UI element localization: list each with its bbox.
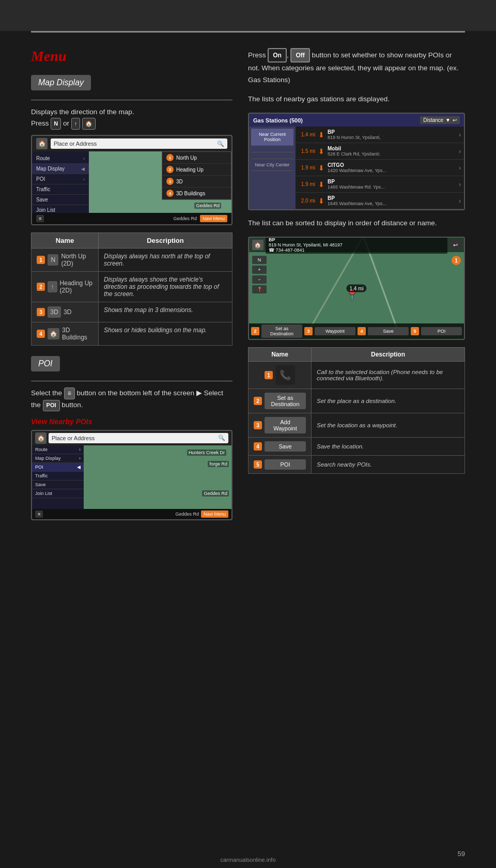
- gas-list: 1.4 mi ⬇ BP 819 N Huron St, Ypsilanti, ›…: [296, 127, 464, 209]
- right-row5-desc: Search nearby POIs.: [312, 456, 465, 474]
- dropdown-north-up-label: North Up: [176, 155, 197, 161]
- dropdown-north-up[interactable]: 1 North Up: [162, 152, 231, 164]
- right-text-sort: The list can be sorted to display in ord…: [248, 218, 465, 229]
- gas-icon-2: ⬇: [318, 147, 324, 156]
- table-row: 4 Save Save the location.: [249, 438, 465, 456]
- map-detail-bottom: 2 Set asDestination 3 Waypoint 4 Save 5 …: [249, 323, 464, 339]
- heading-btn[interactable]: ↑: [71, 118, 81, 130]
- gas-info-4: BP 1465 Washtenaw Rd. Yps...: [328, 179, 456, 190]
- gas-info-2: Mobil 528 E Clark Rd, Ypsilanti;: [328, 146, 456, 157]
- map-pin-btn[interactable]: 📍: [252, 285, 267, 293]
- right-column: Press On, Off button to set whether to s…: [248, 48, 465, 520]
- set-destination-btn[interactable]: Set asDestination: [261, 324, 302, 338]
- gas-arrow-1: ›: [459, 131, 461, 138]
- view-nearby-title: View Nearby POIs: [31, 417, 233, 426]
- bottom-num-5: 5: [411, 327, 419, 335]
- map-detail-top: 🏠 BP 819 N Huron St, Ypsilanti, MI 48197…: [249, 238, 464, 252]
- poi-button[interactable]: POI: [43, 400, 60, 411]
- sidebar-traffic[interactable]: Traffic: [32, 184, 89, 195]
- list-item[interactable]: 2.0 mi ⬇ BP 1645 Washtenaw Ave, Yps... ›: [296, 193, 464, 209]
- add-waypoint-btn-table[interactable]: AddWaypoint: [265, 417, 306, 433]
- row3-name: 3 3D 3D: [32, 302, 99, 322]
- right-badge-1: 1: [265, 371, 273, 379]
- right-badge-2: 2: [254, 397, 262, 405]
- row2-desc: Displays always shows the vehicle's dire…: [99, 272, 233, 302]
- dropdown-3d[interactable]: 3 3D: [162, 176, 231, 188]
- row4-badge: 4 🏠 3D Buildings: [37, 327, 93, 341]
- dropdown-heading-up[interactable]: 2 Heading Up: [162, 164, 231, 176]
- gas-screen-sort[interactable]: Distance ▼ ↩: [420, 116, 460, 124]
- poi-sidebar-map-display[interactable]: Map Display ›: [32, 454, 84, 463]
- poi-btn-table[interactable]: POI: [265, 459, 306, 470]
- list-item[interactable]: 1.9 mi ⬇ BP 1465 Washtenaw Rd. Yps... ›: [296, 176, 464, 193]
- row3-desc: Shows the map in 3 dimensions.: [99, 302, 233, 322]
- poi-map-label-hunters: Hunters Creek Dr: [187, 450, 226, 456]
- gas-arrow-2: ›: [459, 148, 461, 155]
- map-north-btn[interactable]: N: [252, 256, 267, 264]
- gas-item-3: [251, 152, 293, 159]
- off-button[interactable]: Off: [290, 48, 309, 63]
- poi-sidebar-traffic[interactable]: Traffic: [32, 472, 84, 481]
- poi-sidebar-join-list[interactable]: Join List: [32, 489, 84, 498]
- poi-nav-top: 🏠 Place or Address 🔍: [32, 431, 231, 445]
- right-desc-table: Name Description 1 📞 Call to the sel: [248, 347, 465, 474]
- map-zoom-out-btn[interactable]: −: [252, 275, 267, 284]
- badge-n4: 4: [37, 330, 45, 338]
- right-text-list: The lists of nearby gas stations are dis…: [248, 94, 465, 105]
- poi-menu-toggle[interactable]: ≡: [35, 510, 43, 518]
- nav-home-btn[interactable]: 🏠: [36, 138, 48, 149]
- dist-2: 1.5 mi: [299, 148, 315, 154]
- map-detail-home-btn[interactable]: 🏠: [252, 240, 264, 250]
- list-item[interactable]: 1.5 mi ⬇ Mobil 528 E Clark Rd, Ypsilanti…: [296, 143, 464, 160]
- set-destination-btn-table[interactable]: Set asDestination: [265, 393, 306, 409]
- row2-badge: 2 ↑ Heading Up (2D): [37, 280, 93, 294]
- gas-near-city-center[interactable]: Near City Center: [251, 159, 293, 171]
- poi-sidebar-route[interactable]: Route ›: [32, 445, 84, 454]
- poi-bottom-bar: ≡ Geddes Rd Navi Menu: [32, 509, 231, 519]
- list-item[interactable]: 1.4 mi ⬇ BP 819 N Huron St, Ypsilanti, ›: [296, 127, 464, 143]
- poi-btn[interactable]: POI: [421, 327, 462, 335]
- poi-navi-menu-btn[interactable]: Navi Menu: [201, 510, 228, 518]
- nav-menu-btn[interactable]: ≡: [36, 215, 44, 222]
- poi-body: Route › Map Display › POI ◀ Traffic Save…: [32, 445, 231, 511]
- gas-item-2: [251, 146, 293, 152]
- row1-name: 1 N North Up (2D): [32, 249, 99, 272]
- nav-bottom-bar: ≡ Geddes Rd Navi Menu: [32, 213, 231, 224]
- sidebar-route[interactable]: Route ›: [32, 153, 89, 164]
- dropdown-3d-buildings[interactable]: 4 3D Buildings: [162, 188, 231, 199]
- gas-screen-header: Gas Stations (500) Distance ▼ ↩: [249, 114, 464, 127]
- map-detail-back-btn[interactable]: ↩: [450, 240, 461, 250]
- table-row: 1 📞 Call to the selected location (Phone…: [249, 362, 465, 389]
- sidebar-save[interactable]: Save: [32, 195, 89, 205]
- nav-navi-menu-btn[interactable]: Navi Menu: [200, 215, 227, 222]
- list-item[interactable]: 1.9 mi ⬇ CITGO 1420 Washtenaw Ave, Yps..…: [296, 160, 464, 176]
- col-desc: Description: [99, 233, 233, 249]
- poi-map-area: Hunters Creek Dr forge Rd Geddes Rd: [84, 445, 231, 511]
- right-row2-name: 2 Set asDestination: [249, 389, 312, 413]
- menu-title: Menu: [31, 48, 233, 65]
- sidebar-poi[interactable]: POI ›: [32, 174, 89, 184]
- gas-near-current[interactable]: Near Current Position: [251, 129, 293, 146]
- nav-top-bar: 🏠 Place or Address 🔍: [32, 136, 231, 151]
- buildings-btn[interactable]: 🏠: [82, 118, 96, 130]
- poi-header: POI: [31, 356, 60, 371]
- phone-icon: 📞: [275, 365, 295, 385]
- save-btn-table[interactable]: Save: [265, 441, 306, 452]
- gas-info-1: BP 819 N Huron St, Ypsilanti,: [328, 129, 456, 140]
- map-zoom-in-btn[interactable]: +: [252, 266, 267, 274]
- menu-icon-btn[interactable]: ≡: [64, 388, 75, 399]
- sidebar-map-display[interactable]: Map Display ◀: [32, 164, 89, 174]
- north-btn[interactable]: N: [51, 118, 61, 130]
- poi-sidebar-save[interactable]: Save: [32, 481, 84, 489]
- poi-sidebar-poi[interactable]: POI ◀: [32, 463, 84, 472]
- save-btn[interactable]: Save: [368, 327, 409, 335]
- on-button[interactable]: On: [268, 48, 287, 63]
- right-badge-3: 3: [254, 421, 262, 429]
- row1-badge: 1 N North Up (2D): [37, 253, 93, 267]
- table-row: 5 POI Search nearby POIs.: [249, 456, 465, 474]
- table-row: 2 Set asDestination Set the place as a d…: [249, 389, 465, 413]
- waypoint-btn[interactable]: Waypoint: [315, 327, 355, 335]
- map-detail-badge-1: 1: [452, 256, 461, 265]
- north-icon: N: [48, 254, 58, 266]
- poi-home-btn[interactable]: 🏠: [35, 432, 47, 444]
